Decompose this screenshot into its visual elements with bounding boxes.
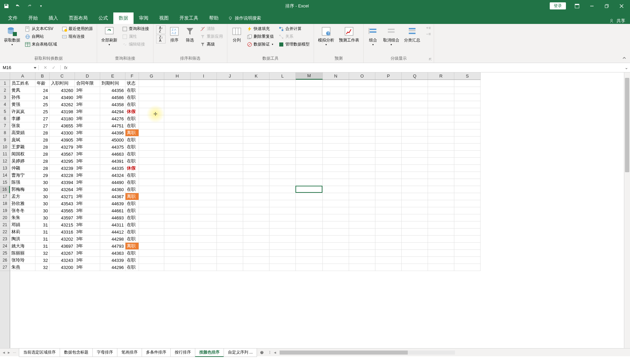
tell-me-search[interactable]: 操作说明搜索 — [224, 12, 265, 24]
cell[interactable] — [428, 257, 454, 264]
row-header[interactable]: 3 — [0, 94, 10, 101]
cell[interactable] — [164, 264, 191, 271]
cell[interactable] — [428, 101, 454, 108]
cell[interactable] — [323, 250, 349, 257]
cell[interactable] — [296, 115, 323, 122]
sort-button[interactable]: Z AA Z 排序 — [168, 25, 181, 44]
col-header-H[interactable]: H — [164, 72, 191, 80]
cell[interactable] — [164, 122, 191, 129]
cell[interactable] — [243, 144, 269, 151]
row-header[interactable]: 4 — [0, 101, 10, 108]
cell[interactable] — [191, 236, 217, 243]
col-header-S[interactable]: S — [454, 72, 481, 80]
cell[interactable]: 27 — [35, 122, 50, 129]
cell[interactable]: 32 — [35, 264, 50, 271]
row-header[interactable]: 26 — [0, 257, 10, 264]
cell[interactable] — [191, 122, 217, 129]
cell[interactable]: 43264 — [50, 186, 75, 193]
hscroll-thumb[interactable] — [280, 351, 408, 355]
cell[interactable] — [139, 151, 164, 158]
cell[interactable] — [217, 108, 243, 115]
tab-layout[interactable]: 页面布局 — [63, 12, 93, 24]
cell[interactable]: 28 — [35, 165, 50, 172]
cell[interactable] — [349, 172, 375, 179]
cell[interactable] — [402, 94, 428, 101]
cell[interactable] — [217, 87, 243, 94]
cell[interactable] — [296, 221, 323, 229]
row-header[interactable]: 20 — [0, 214, 10, 221]
cell[interactable] — [164, 250, 191, 257]
recent-sources-button[interactable]: 最近使用的源 — [60, 25, 94, 32]
cell[interactable]: 合同年限 — [75, 80, 100, 87]
cell[interactable]: 28 — [35, 129, 50, 136]
chevron-down-icon[interactable] — [34, 67, 36, 69]
cell[interactable] — [296, 87, 323, 94]
cell[interactable] — [139, 80, 164, 87]
cell[interactable]: 44391 — [100, 158, 125, 165]
cell[interactable] — [428, 158, 454, 165]
cell[interactable] — [164, 158, 191, 165]
cell[interactable] — [323, 122, 349, 129]
cell[interactable] — [164, 214, 191, 221]
cell[interactable] — [269, 151, 296, 158]
cell[interactable] — [428, 243, 454, 250]
cell[interactable] — [349, 207, 375, 214]
cell[interactable] — [269, 179, 296, 186]
cell[interactable] — [323, 257, 349, 264]
cell[interactable] — [454, 172, 481, 179]
cell[interactable]: 43655 — [50, 122, 75, 129]
cell[interactable]: 30 — [35, 186, 50, 193]
cell[interactable] — [296, 214, 323, 221]
cell[interactable] — [375, 264, 402, 271]
col-header-P[interactable]: P — [375, 72, 402, 80]
cell[interactable] — [164, 108, 191, 115]
cell[interactable] — [454, 236, 481, 243]
cell[interactable] — [428, 250, 454, 257]
from-table-button[interactable]: 来自表格/区域 — [24, 41, 58, 48]
cell[interactable] — [164, 87, 191, 94]
cell[interactable]: 43490 — [50, 94, 75, 101]
cell[interactable]: 在职 — [125, 200, 139, 207]
cell[interactable] — [139, 94, 164, 101]
cell[interactable] — [191, 179, 217, 186]
row-header[interactable]: 25 — [0, 250, 10, 257]
cell[interactable]: 在职 — [125, 136, 139, 144]
cell[interactable] — [296, 236, 323, 243]
cell[interactable] — [428, 179, 454, 186]
cell[interactable]: 3年 — [75, 221, 100, 229]
cell[interactable]: 43198 — [50, 108, 75, 115]
cell[interactable] — [243, 243, 269, 250]
cell[interactable] — [323, 144, 349, 151]
cell[interactable]: 在职 — [125, 207, 139, 214]
cell[interactable] — [191, 186, 217, 193]
cell[interactable]: 3年 — [75, 236, 100, 243]
cell[interactable] — [296, 80, 323, 87]
cell[interactable] — [164, 94, 191, 101]
cell[interactable]: 29 — [35, 172, 50, 179]
cell[interactable] — [243, 172, 269, 179]
cell[interactable] — [323, 229, 349, 236]
cell[interactable] — [139, 250, 164, 257]
cell[interactable]: 在职 — [125, 179, 139, 186]
cell[interactable]: 43543 — [50, 200, 75, 207]
cell[interactable] — [323, 94, 349, 101]
cell[interactable]: 44586 — [100, 94, 125, 101]
cell[interactable]: 离职 — [125, 193, 139, 200]
cell[interactable] — [349, 129, 375, 136]
consolidate-button[interactable]: 合并计算 — [277, 25, 311, 32]
cell[interactable] — [375, 101, 402, 108]
cell[interactable] — [243, 257, 269, 264]
cell[interactable]: 44375 — [100, 144, 125, 151]
sheet-tab[interactable]: 多条件排序 — [142, 348, 171, 357]
cell[interactable] — [269, 172, 296, 179]
row-header[interactable]: 13 — [0, 165, 10, 172]
cell[interactable] — [323, 108, 349, 115]
cell[interactable]: 3年 — [75, 186, 100, 193]
cell[interactable] — [375, 136, 402, 144]
cell[interactable] — [269, 136, 296, 144]
remove-dup-button[interactable]: 删除重复值 — [246, 33, 275, 40]
cell[interactable]: 许岚岚 — [10, 108, 35, 115]
cell[interactable] — [375, 179, 402, 186]
row-header[interactable]: 23 — [0, 236, 10, 243]
cell[interactable] — [323, 151, 349, 158]
